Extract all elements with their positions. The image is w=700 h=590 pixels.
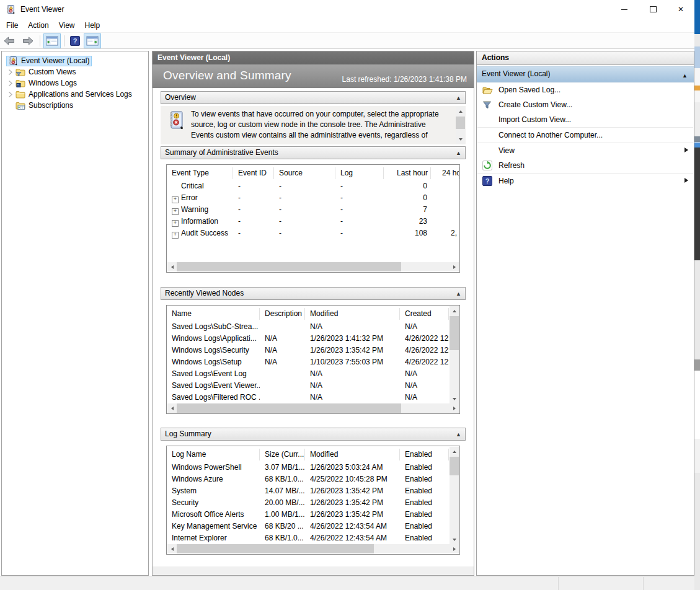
table-row[interactable]: Saved Logs\SubC-Strea...N/AN/A [167, 321, 459, 333]
column-header-last-hour[interactable]: Last hour [384, 167, 431, 179]
table-row[interactable]: Windows Logs\Applicati...N/A1/26/2023 1:… [167, 333, 459, 345]
column-header-log-name[interactable]: Log Name [167, 449, 260, 460]
section-header-admin-events[interactable]: Summary of Administrative Events ▲ [161, 146, 466, 159]
collapse-icon[interactable]: ▲ [456, 288, 461, 300]
table-row[interactable]: Saved Logs\Event Viewer...N/AN/A [167, 380, 459, 392]
collapse-icon[interactable]: ▲ [456, 148, 461, 159]
scroll-down-button[interactable] [450, 535, 459, 544]
table-row[interactable]: Microsoft Office Alerts1.00 MB/1...1/26/… [167, 509, 459, 521]
action-item-open-saved-log[interactable]: Open Saved Log... [477, 82, 694, 97]
horizontal-scrollbar[interactable] [167, 262, 459, 271]
vertical-scrollbar[interactable] [450, 447, 459, 544]
scroll-right-button[interactable] [450, 262, 459, 271]
scroll-left-button[interactable] [167, 403, 177, 413]
chevron-right-icon[interactable] [4, 69, 16, 76]
column-header-source[interactable]: Source [274, 167, 335, 179]
action-item-create-custom-view[interactable]: Create Custom View... [477, 97, 694, 112]
scrollbar-thumb[interactable] [450, 316, 459, 350]
scrollbar-thumb[interactable] [456, 117, 465, 129]
horizontal-scrollbar[interactable] [167, 544, 459, 553]
chevron-right-icon[interactable] [4, 91, 16, 98]
action-item-import-custom-view[interactable]: Import Custom View... [477, 112, 694, 127]
column-header-description[interactable]: Description [260, 308, 305, 320]
menu-item-file[interactable]: File [1, 21, 23, 30]
tree-item-event-viewer-local[interactable]: Event Viewer (Local) [2, 55, 148, 66]
menu-item-view[interactable]: View [54, 21, 80, 30]
section-header-log-summary[interactable]: Log Summary ▲ [161, 428, 466, 441]
title-bar[interactable]: Event Viewer ✕ [0, 0, 694, 19]
scroll-up-button[interactable] [450, 306, 459, 315]
scroll-right-button[interactable] [450, 544, 459, 553]
show-console-tree-button[interactable] [43, 33, 61, 48]
section-header-overview[interactable]: Overview ▲ [161, 91, 466, 104]
column-header-created[interactable]: Created [400, 308, 449, 320]
section-header-recent-nodes[interactable]: Recently Viewed Nodes ▲ [161, 287, 466, 300]
show-action-pane-button[interactable] [84, 33, 101, 48]
column-header-enabled[interactable]: Enabled [400, 449, 449, 460]
table-row[interactable]: Windows Logs\SecurityN/A1/26/2023 1:35:4… [167, 345, 459, 356]
column-header-event-id[interactable]: Event ID [233, 167, 274, 179]
scrollbar-thumb[interactable] [177, 403, 401, 413]
scroll-left-button[interactable] [167, 544, 177, 553]
maximize-button[interactable] [639, 0, 667, 19]
scroll-down-button[interactable] [450, 394, 459, 403]
tree-item-subscriptions[interactable]: Subscriptions [2, 100, 148, 111]
horizontal-scrollbar[interactable] [167, 403, 459, 413]
table-row[interactable]: System14.07 MB/...1/26/2023 1:35:42 PMEn… [167, 485, 459, 497]
minimize-button[interactable] [610, 0, 639, 19]
action-item-refresh[interactable]: Refresh [477, 158, 694, 173]
expand-icon[interactable]: + [172, 232, 179, 239]
overview-vertical-scrollbar[interactable] [456, 107, 465, 144]
scroll-up-button[interactable] [450, 447, 459, 456]
column-header-modified[interactable]: Modified [305, 308, 400, 320]
tree-item-windows-logs[interactable]: Windows Logs [2, 77, 148, 89]
tree-item-applications-and-services-logs[interactable]: Applications and Services Logs [2, 89, 148, 100]
help-button[interactable]: ? [68, 33, 82, 48]
collapse-icon[interactable]: ▲ [456, 429, 461, 441]
expand-icon[interactable]: + [172, 220, 179, 227]
cell-description [260, 392, 305, 403]
collapse-icon[interactable]: ▲ [456, 92, 461, 104]
column-header-log[interactable]: Log [335, 167, 384, 179]
table-row[interactable]: Windows Logs\SetupN/A1/10/2023 7:55:03 P… [167, 356, 459, 368]
column-header-24-hou[interactable]: 24 hou [431, 167, 459, 179]
expand-icon[interactable]: + [172, 208, 179, 215]
close-button[interactable]: ✕ [667, 0, 694, 19]
table-row[interactable]: Internet Explorer68 KB/1.0...4/26/2022 1… [167, 532, 459, 544]
forward-arrow-button[interactable] [19, 33, 37, 48]
table-row[interactable]: +Audit Success---1082, [167, 227, 459, 239]
actions-group-header[interactable]: Event Viewer (Local) ▲ [477, 66, 694, 82]
table-row[interactable]: Windows Azure68 KB/1.0...4/25/2022 10:45… [167, 473, 459, 485]
tree-item-custom-views[interactable]: Custom Views [2, 66, 148, 77]
table-row[interactable]: +Information---23 [167, 216, 459, 227]
table-row[interactable]: Critical---0 [167, 180, 459, 192]
scrollbar-thumb[interactable] [177, 262, 401, 271]
table-row[interactable]: +Error---0 [167, 192, 459, 204]
scroll-left-button[interactable] [167, 262, 177, 271]
scroll-right-button[interactable] [450, 403, 459, 413]
column-header-event-type[interactable]: Event Type [167, 167, 233, 179]
action-item-connect-to-another-computer[interactable]: Connect to Another Computer... [477, 128, 694, 143]
table-row[interactable]: Windows PowerShell3.07 MB/1...1/26/2023 … [167, 462, 459, 473]
collapse-icon[interactable]: ▲ [682, 69, 688, 82]
table-row[interactable]: Security20.00 MB/...1/26/2023 1:35:42 PM… [167, 497, 459, 509]
table-row[interactable]: Saved Logs\Event LogN/AN/A [167, 368, 459, 380]
scrollbar-thumb[interactable] [450, 457, 459, 475]
table-row[interactable]: Saved Logs\Filtered ROC ...N/AN/A [167, 392, 459, 403]
action-item-view[interactable]: View [477, 143, 694, 158]
column-header-modified[interactable]: Modified [305, 449, 400, 460]
column-header-size-curr[interactable]: Size (Curr... [260, 449, 305, 460]
back-arrow-button[interactable] [1, 33, 18, 48]
chevron-right-icon[interactable] [4, 80, 16, 87]
column-header-name[interactable]: Name [167, 308, 260, 320]
table-row[interactable]: +Warning---7 [167, 204, 459, 216]
scroll-down-button[interactable] [456, 134, 465, 144]
scroll-up-button[interactable] [456, 107, 465, 116]
menu-item-action[interactable]: Action [23, 21, 53, 30]
action-item-help[interactable]: ?Help [477, 174, 694, 188]
scrollbar-thumb[interactable] [177, 544, 374, 553]
expand-icon[interactable]: + [172, 196, 179, 203]
menu-item-help[interactable]: Help [80, 21, 105, 30]
table-row[interactable]: Key Management Service68 KB/20 ...4/26/2… [167, 521, 459, 532]
vertical-scrollbar[interactable] [450, 306, 459, 403]
